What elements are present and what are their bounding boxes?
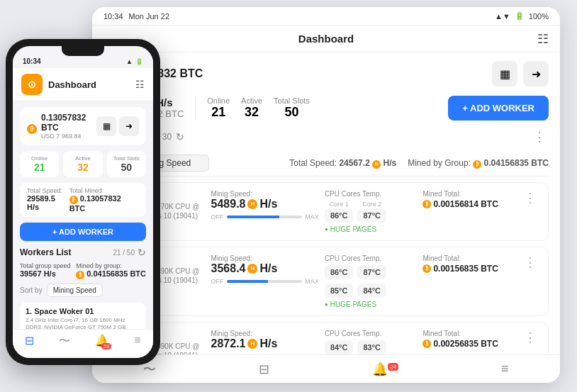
phone-battery-icon: 🔋 <box>135 58 143 65</box>
worker3-mined-icon: ₿ <box>422 340 431 348</box>
phone-worker-1-spec: 2.4 GHz Intel Core i7, 16 GB 1600 MHz DD… <box>26 317 140 329</box>
worker-1-more-button[interactable]: ⋮ <box>521 190 539 206</box>
phone-send-button[interactable]: ➜ <box>119 116 139 136</box>
phone-title: Dashboard <box>48 79 130 90</box>
total-slots-stat: Total Slots 50 <box>274 96 310 120</box>
phone-sort-row: Sort by Mining Speed <box>20 284 146 297</box>
tablet-header: Dashboard ☷ <box>92 26 560 52</box>
phone-btc-amount: 0.13057832 BTC <box>41 113 96 133</box>
worker-card-2: Home PC Core(TM) i7-5890K CPU @64GB Wind… <box>103 247 549 316</box>
phone-nav: ⊟ 〜 🔔 24 ≡ <box>13 329 153 358</box>
slots-value: 50 <box>274 105 310 120</box>
mined-btc-icon: ₿ <box>473 160 481 169</box>
top-stats-area: 39567.2 H H/s ₿ 0.13057832 BTC Online 21… <box>103 95 549 121</box>
phone-active-stat: Active 32 <box>63 151 102 177</box>
phone-stats-row: Online 21 Active 32 Total Slots 50 <box>20 151 146 177</box>
phone-home-icon: ⊟ <box>25 334 34 347</box>
phone-workers-count: 21 / 50 <box>113 249 135 257</box>
worker1-mined-icon: ₿ <box>422 200 431 208</box>
worker-2-cpu: CPU Cores Temp. 86°C 87°C 85°C 84°C HUGE… <box>325 254 418 308</box>
online-stat: Online 21 <box>207 96 230 120</box>
tablet-status-bar: 10:34 Mon Jun 22 ▲▼ 🔋 100% <box>92 7 560 26</box>
phone-nav-chart[interactable]: 〜 <box>59 334 70 354</box>
worker2-mined-icon: ₿ <box>422 264 431 273</box>
phone-btc-icon: ₿ <box>27 119 37 134</box>
phone-workers-title: Workers List <box>20 247 71 257</box>
tablet-nav-menu-icon[interactable]: ≡ <box>501 362 509 376</box>
phone-group-stats: Total group speed 39567 H/s Mined by gro… <box>20 262 146 279</box>
total-stats-group: Total Speed: 24567.2 H H/s Mined by Grou… <box>289 158 549 169</box>
phone-qr-button[interactable]: ▦ <box>96 116 116 136</box>
phone-nav-menu[interactable]: ≡ <box>134 334 140 354</box>
worker-1-slider: OFF MAX <box>211 213 319 220</box>
tablet-nav-bell-icon[interactable]: 🔔24 <box>372 362 398 377</box>
phone-time: 10:34 <box>23 57 41 65</box>
phone-btc-usd: USD 7 969.84 <box>41 133 96 140</box>
worker-card-1: Woker 01 Core(TM) i7-4770K CPU @32GB Win… <box>103 182 549 241</box>
phone-inner: 10:34 ▲ 🔋 ⊙ Dashboard ☷ ₿ <box>13 46 153 358</box>
phone-group-mined-icon: ₿ <box>76 271 84 279</box>
worker2-speed-icon: H <box>247 264 257 274</box>
worker-1-huge-pages: HUGE PAGES <box>325 225 418 233</box>
phone-btc-actions: ▦ ➜ <box>96 116 139 136</box>
worker-3-mined: Mined Total: ₿ 0.00256835 BTC <box>422 330 515 349</box>
worker-3-cpu: CPU Cores Temp. 84°C 83°C <box>325 330 418 354</box>
send-button[interactable]: ➜ <box>523 61 549 86</box>
active-stat: Active 32 <box>241 96 262 120</box>
app-logo: ⊙ <box>21 74 43 95</box>
phone-worker-1-name: 1. Space Woker 01 <box>26 307 140 315</box>
worker-3-more-button[interactable]: ⋮ <box>521 330 539 345</box>
phone-settings-icon[interactable]: ☷ <box>135 79 145 90</box>
phone-online-stat: Online 21 <box>20 151 59 177</box>
add-worker-button[interactable]: + ADD WORKER <box>448 96 549 121</box>
phone-content: ₿ 0.13057832 BTC USD 7 969.84 ▦ ➜ Online… <box>13 101 153 329</box>
phone-menu-icon: ≡ <box>134 334 140 347</box>
tablet-status-icons: ▲▼ 🔋 100% <box>495 11 549 21</box>
phone-notch <box>62 46 104 56</box>
phone-bell-badge: 24 <box>101 343 111 349</box>
more-options-icon[interactable]: ⋮ <box>530 129 549 145</box>
phone-slots-stat: Total Slots 50 <box>107 151 146 177</box>
worker3-speed-icon: H <box>247 339 257 349</box>
online-value: 21 <box>207 105 230 120</box>
total-speed-info: Total Speed: 24567.2 H H/s <box>289 158 396 169</box>
phone-speed-row: Total Speed: 29589.5 H/s Total Mined: ₿ … <box>20 183 146 217</box>
page-title: Dashboard <box>298 33 354 45</box>
phone-status-bar: 10:34 ▲ 🔋 <box>13 56 153 68</box>
workers-list-header: ers List 16 / 30 ↻ ⋮ <box>103 129 549 145</box>
qr-icon: ▦ <box>500 67 510 81</box>
phone-nav-bell[interactable]: 🔔 24 <box>95 334 109 354</box>
phone-active-value: 32 <box>66 162 99 173</box>
settings-icon[interactable]: ☷ <box>537 31 549 47</box>
signal-icon: ▲▼ <box>495 12 510 21</box>
phone-nav-home[interactable]: ⊟ <box>25 334 34 354</box>
tablet-main-content: ₿ 0.13057832 BTC ▦ ➜ 39567.2 H <box>92 52 560 382</box>
phone-add-worker-button[interactable]: + ADD WORKER <box>20 223 146 241</box>
worker-1-mined: Mined Total: ₿ 0.00156814 BTC <box>422 190 515 209</box>
phone-online-value: 21 <box>23 162 56 173</box>
phone-slots-value: 50 <box>110 162 143 173</box>
tablet-nav-home-icon[interactable]: ⊟ <box>259 362 269 377</box>
tablet-frame: 10:34 Mon Jun 22 ▲▼ 🔋 100% Dashboard ☷ ₿… <box>92 7 560 383</box>
worker-2-huge-pages: HUGE PAGES <box>325 301 418 308</box>
send-icon: ➜ <box>532 67 541 81</box>
tablet-bottom-nav: 〜 ⊟ 🔔24 ≡ <box>92 354 560 383</box>
phone-sort-select[interactable]: Mining Speed <box>47 284 103 297</box>
btc-summary-row: ₿ 0.13057832 BTC ▦ ➜ <box>103 61 549 86</box>
worker-2-speed: Minig Speed: 3568.4 H H/s OFF MAX <box>211 254 319 285</box>
phone-btc-info: ₿ 0.13057832 BTC USD 7 969.84 <box>27 113 96 140</box>
tablet-status-time: 10:34 Mon Jun 22 <box>103 12 169 21</box>
phone-header: ⊙ Dashboard ☷ <box>13 68 153 101</box>
phone-mined-icon: ₿ <box>69 196 78 204</box>
phone-worker-item-1: 1. Space Woker 01 2.4 GHz Intel Core i7,… <box>20 303 146 329</box>
qr-button[interactable]: ▦ <box>492 61 517 86</box>
phone-refresh-icon[interactable]: ↻ <box>138 247 146 258</box>
phone-btc-row: ₿ 0.13057832 BTC USD 7 969.84 ▦ ➜ <box>20 107 146 145</box>
worker-2-slider: OFF MAX <box>211 278 319 285</box>
btc-action-group: ▦ ➜ <box>492 61 549 86</box>
mined-group-info: Mined by Group: ₿ 0.04156835 BTC <box>408 158 549 169</box>
refresh-icon[interactable]: ↻ <box>176 131 184 142</box>
worker1-speed-icon: H <box>247 199 257 209</box>
worker-2-more-button[interactable]: ⋮ <box>521 254 539 270</box>
logo-icon: ⊙ <box>28 79 36 90</box>
